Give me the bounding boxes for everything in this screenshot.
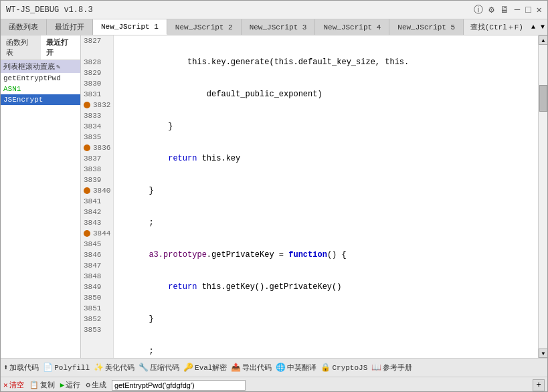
code-line-3828: } [119,121,409,132]
search-box[interactable]: 查找(Ctrl＋F) [466,22,527,32]
export-code-icon: 📤 [231,363,241,373]
eval-decrypt-btn[interactable]: 🔑 Eval解密 [183,363,227,373]
tab-jscript1[interactable]: New_JScript 1 [93,19,167,35]
settings-icon[interactable]: ⚙ [488,4,494,15]
tab-jscript2[interactable]: New_JScript 2 [167,19,242,35]
cryptojs-btn[interactable]: 🔒 CryptoJS [321,363,367,373]
clear-icon: ✕ [3,381,8,389]
maximize-icon[interactable]: □ [525,5,531,15]
breakpoint-3840 [84,187,90,194]
translate-label: 中英翻译 [287,363,316,373]
main-area: 函数列表 最近打开 列表框滚动置底 ✎ getEntryptPwd ASN1 J… [1,35,547,358]
title-bar: WT-JS_DEBUG v1.8.3 ⓘ ⚙ 🖥 ─ □ ✕ [1,1,547,19]
sidebar: 函数列表 最近打开 列表框滚动置底 ✎ getEntryptPwd ASN1 J… [1,35,81,358]
tab-arrows: ▲ ▼ [529,22,547,32]
beautify-icon: ✨ [94,363,104,373]
minify-icon: 🔧 [139,363,149,373]
tab-functions[interactable]: 函数列表 [1,19,47,35]
eval-decrypt-icon: 🔑 [183,363,193,373]
gen-label: 生成 [92,380,106,390]
cryptojs-label: CryptoJS [332,364,367,372]
code-content: 3827 3828 3829 3830 3831 3832 3833 3834 … [81,35,538,358]
minimize-icon[interactable]: ─ [515,5,520,15]
sidebar-item-getentryptpwd[interactable]: getEntryptPwd [1,73,80,84]
load-code-label: 加载代码 [9,363,39,373]
run-label: 运行 [66,380,80,390]
code-editor[interactable]: 3827 3828 3829 3830 3831 3832 3833 3834 … [81,35,538,358]
gen-btn[interactable]: ⚙ 生成 [86,380,106,390]
info-icon[interactable]: ⓘ [474,4,483,16]
tab-jscript4[interactable]: New_JScript 4 [315,19,389,35]
status-bar: ✕ 清空 📋 复制 ▶ 运行 ⚙ 生成 + [1,377,547,392]
tools-icon[interactable]: 🖥 [500,5,509,15]
cryptojs-icon: 🔒 [321,363,331,373]
code-line-3827b: default_public_exponent) [119,89,409,100]
sidebar-tabs: 函数列表 最近打开 [1,35,80,60]
code-line-3829: return this.key [119,153,409,164]
beautify-btn[interactable]: ✨ 美化代码 [94,363,134,373]
load-code-btn[interactable]: ⬆ 加载代码 [3,363,39,373]
manual-icon: 📖 [371,363,381,373]
sidebar-tab-recent[interactable]: 最近打开 [41,35,81,60]
status-input[interactable] [112,380,246,391]
translate-icon: 🌐 [276,363,286,373]
copy-label: 复制 [40,380,55,390]
minify-btn[interactable]: 🔧 压缩代码 [139,363,179,373]
copy-btn[interactable]: 📋 复制 [29,380,55,390]
beautify-label: 美化代码 [105,363,134,373]
line-numbers: 3827 3828 3829 3830 3831 3832 3833 3834 … [81,35,114,358]
title-icons: ⓘ ⚙ 🖥 ─ □ ✕ [474,4,542,16]
close-icon[interactable]: ✕ [537,4,542,15]
sidebar-header: 列表框滚动置底 ✎ [1,60,80,73]
plus-btn[interactable]: + [533,379,545,391]
bottom-toolbar: ⬆ 加载代码 📄 Polyfill ✨ 美化代码 🔧 压缩代码 🔑 Eval解密… [1,358,547,377]
manual-label: 参考手册 [383,363,412,373]
export-code-btn[interactable]: 📤 导出代码 [231,363,272,373]
polyfill-icon: 📄 [43,363,53,373]
code-line-3833: return this.getKey().getPrivateKey() [119,282,409,292]
polyfill-btn[interactable]: 📄 Polyfill [43,363,90,373]
code-line-3831: ; [119,217,409,228]
translate-btn[interactable]: 🌐 中英翻译 [276,363,316,373]
breakpoint-3836 [84,144,90,151]
run-icon: ▶ [60,381,65,389]
sidebar-tab-functions[interactable]: 函数列表 [1,35,41,60]
tab-recent[interactable]: 最近打开 [47,19,93,35]
tab-jscript5[interactable]: New_JScript 5 [389,19,464,35]
code-line-3830: } [119,185,409,196]
copy-icon: 📋 [29,381,39,389]
manual-btn[interactable]: 📖 参考手册 [371,363,412,373]
polyfill-label: Polyfill [54,364,90,372]
title-text: WT-JS_DEBUG v1.8.3 [6,5,93,15]
scrollbar-down-arrow[interactable]: ▼ [539,349,548,358]
eval-decrypt-label: Eval解密 [195,363,227,373]
sidebar-item-asn1[interactable]: ASN1 [1,84,80,94]
tab-next-arrow[interactable]: ▼ [538,22,547,32]
sidebar-header-text: 列表框滚动置底 [3,62,55,72]
search-label: 查找(Ctrl＋F) [470,22,523,32]
code-line-3834: } [119,314,409,324]
sidebar-header-icon: ✎ [56,63,60,71]
code-line-3832: a3.prototype.getPrivateKey = function() … [119,250,409,260]
tab-bar: 函数列表 最近打开 New_JScript 1 New_JScript 2 Ne… [1,19,547,35]
load-code-icon: ⬆ [3,363,8,373]
export-code-label: 导出代码 [242,363,272,373]
tab-prev-arrow[interactable]: ▲ [529,22,538,32]
code-line-3835: ; [119,346,409,357]
scrollbar-up-arrow[interactable]: ▲ [539,35,548,45]
breakpoint-3844 [84,230,90,237]
run-btn[interactable]: ▶ 运行 [60,380,81,390]
tab-jscript3[interactable]: New_JScript 3 [242,19,316,35]
minify-label: 压缩代码 [150,363,179,373]
clear-label: 清空 [9,380,24,390]
sidebar-item-jsencrypt[interactable]: JSEncrypt [1,94,80,105]
gen-icon: ⚙ [86,381,90,389]
clear-btn[interactable]: ✕ 清空 [3,380,24,390]
scrollbar-thumb[interactable] [539,85,547,112]
code-text: this.key.generate(this.default_key_size,… [114,35,409,358]
breakpoint-3832 [84,102,90,108]
vertical-scrollbar[interactable]: ▲ ▼ [538,35,547,358]
code-line-3827: this.key.generate(this.default_key_size,… [119,57,409,68]
